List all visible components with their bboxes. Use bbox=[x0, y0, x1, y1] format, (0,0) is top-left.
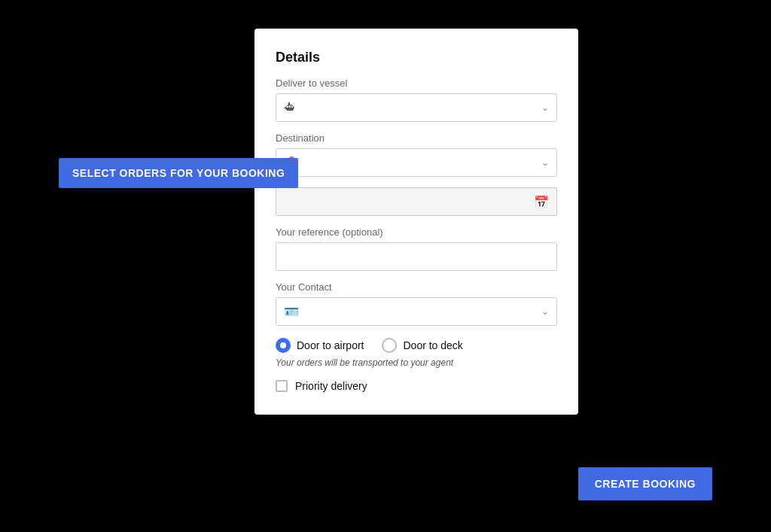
create-booking-label: CREATE BOOKING bbox=[595, 478, 696, 490]
select-orders-banner[interactable]: SELECT ORDERS FOR YOUR BOOKING bbox=[59, 158, 298, 188]
deliver-to-vessel-select[interactable]: ⛴ ⌄ bbox=[276, 93, 557, 122]
your-reference-label: Your reference (optional) bbox=[276, 226, 557, 238]
priority-delivery-checkbox[interactable] bbox=[276, 380, 288, 392]
priority-delivery-label: Priority delivery bbox=[295, 380, 367, 392]
door-to-deck-label: Door to deck bbox=[403, 339, 462, 351]
door-to-airport-radio[interactable] bbox=[276, 338, 291, 353]
deliver-to-vessel-label: Deliver to vessel bbox=[276, 78, 557, 89]
ship-icon: ⛴ bbox=[284, 101, 296, 114]
select-orders-label: SELECT ORDERS FOR YOUR BOOKING bbox=[72, 167, 285, 179]
your-contact-label: Your Contact bbox=[276, 281, 557, 293]
your-reference-input[interactable] bbox=[276, 242, 557, 271]
destination-select[interactable]: 📍 ⌄ bbox=[276, 148, 557, 177]
door-to-deck-option[interactable]: Door to deck bbox=[382, 338, 462, 353]
door-to-airport-option[interactable]: Door to airport bbox=[276, 338, 364, 353]
delivery-type-row: Door to airport Door to deck bbox=[276, 338, 557, 353]
door-to-airport-label: Door to airport bbox=[297, 339, 364, 351]
scene: Details Deliver to vessel ⛴ ⌄ Destinatio… bbox=[0, 0, 771, 532]
modal-title: Details bbox=[276, 50, 557, 65]
details-modal: Details Deliver to vessel ⛴ ⌄ Destinatio… bbox=[254, 29, 578, 415]
date-field-wrapper: 📅 bbox=[276, 187, 557, 216]
date-input[interactable]: 📅 bbox=[276, 187, 557, 216]
door-to-deck-radio[interactable] bbox=[382, 338, 397, 353]
chevron-down-icon-3: ⌄ bbox=[541, 306, 549, 317]
chevron-down-icon-2: ⌄ bbox=[541, 157, 549, 168]
priority-delivery-row[interactable]: Priority delivery bbox=[276, 380, 557, 392]
create-booking-button[interactable]: CREATE BOOKING bbox=[578, 467, 712, 500]
calendar-icon: 📅 bbox=[534, 195, 549, 209]
contact-icon: 🪪 bbox=[284, 305, 299, 319]
your-contact-select[interactable]: 🪪 ⌄ bbox=[276, 297, 557, 326]
transport-note: Your orders will be transported to your … bbox=[276, 357, 557, 368]
destination-label: Destination bbox=[276, 132, 557, 144]
chevron-down-icon: ⌄ bbox=[541, 102, 549, 113]
